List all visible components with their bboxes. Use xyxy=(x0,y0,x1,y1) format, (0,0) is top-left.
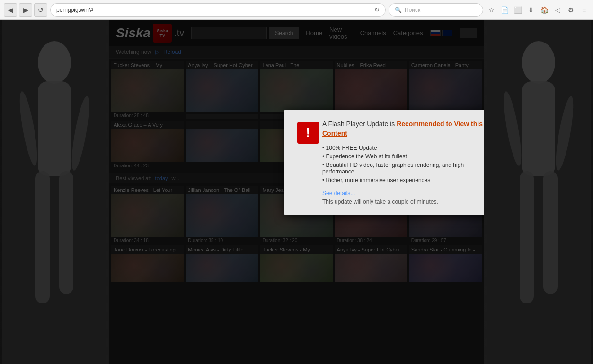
address-bar-container: porngpig.win/# ↻ 🔍 Поиск xyxy=(50,3,483,17)
browser-chrome: ◀ ▶ ↺ porngpig.win/# ↻ 🔍 Поиск ☆ 📄 ⬜ ⬇ 🏠… xyxy=(0,0,593,20)
see-details-link[interactable]: See details... xyxy=(322,190,484,197)
settings-icon[interactable]: ⚙ xyxy=(566,5,576,15)
url-text: porngpig.win/# xyxy=(56,7,371,13)
warning-icon: ! xyxy=(297,122,319,144)
svg-point-8 xyxy=(522,41,555,84)
refresh-icon: ↻ xyxy=(374,6,380,13)
home-icon[interactable]: 🏠 xyxy=(539,5,549,15)
side-model-right xyxy=(484,20,593,364)
flash-title-plain: A Flash Player Update is xyxy=(322,120,397,128)
svg-rect-11 xyxy=(543,171,558,294)
flash-feature-1: 100% FREE Update xyxy=(322,144,484,152)
forward-button[interactable]: ▶ xyxy=(19,3,32,17)
pocket-icon[interactable]: ⬜ xyxy=(513,5,523,15)
browser-controls: ◀ ▶ ↺ xyxy=(4,3,47,17)
flash-feature-4: Richer, more immersive user experiences xyxy=(322,176,484,184)
svg-point-1 xyxy=(38,41,71,84)
search-placeholder: Поиск xyxy=(405,7,420,13)
back2-icon[interactable]: ◁ xyxy=(552,5,563,15)
exclamation-mark: ! xyxy=(306,125,310,140)
flash-features-list: 100% FREE Update Experience the Web at i… xyxy=(322,144,484,184)
flash-dialog: ! A Flash Player Update is Recommended t… xyxy=(284,110,484,215)
bookmark-icon[interactable]: ☆ xyxy=(486,5,496,15)
side-model-left xyxy=(0,20,109,364)
reader-icon[interactable]: 📄 xyxy=(499,5,510,15)
browser-search-bar[interactable]: 🔍 Поиск xyxy=(389,3,483,17)
left-model-svg xyxy=(2,20,106,364)
toolbar-icons: ☆ 📄 ⬜ ⬇ 🏠 ◁ ⚙ ≡ xyxy=(486,5,589,15)
svg-rect-9 xyxy=(522,81,555,176)
menu-icon[interactable]: ≡ xyxy=(579,5,589,15)
download-icon[interactable]: ⬇ xyxy=(526,5,536,15)
flash-dialog-inner: ! A Flash Player Update is Recommended t… xyxy=(284,110,484,215)
flash-feature-3: Beautiful HD video, faster graphics rend… xyxy=(322,161,484,176)
right-model-svg xyxy=(487,20,591,364)
address-bar[interactable]: porngpig.win/# ↻ xyxy=(50,3,386,17)
flash-content: A Flash Player Update is Recommended to … xyxy=(322,120,484,205)
back-button[interactable]: ◀ xyxy=(4,3,17,17)
flash-feature-2: Experience the Web at its fullest xyxy=(322,152,484,161)
svg-rect-3 xyxy=(35,171,50,303)
reload-button[interactable]: ↺ xyxy=(34,3,47,17)
svg-rect-4 xyxy=(59,171,73,294)
search-icon: 🔍 xyxy=(395,7,402,13)
main-content: Siska SiskaTV .tv Search Home New videos… xyxy=(109,20,484,364)
svg-rect-10 xyxy=(520,171,534,303)
svg-rect-2 xyxy=(38,81,71,176)
flash-note: This update will only take a couple of m… xyxy=(322,199,438,205)
flash-icon-area: ! xyxy=(294,120,322,205)
site-wrapper: Siska SiskaTV .tv Search Home New videos… xyxy=(0,20,593,364)
flash-title: A Flash Player Update is Recommended to … xyxy=(322,120,484,138)
